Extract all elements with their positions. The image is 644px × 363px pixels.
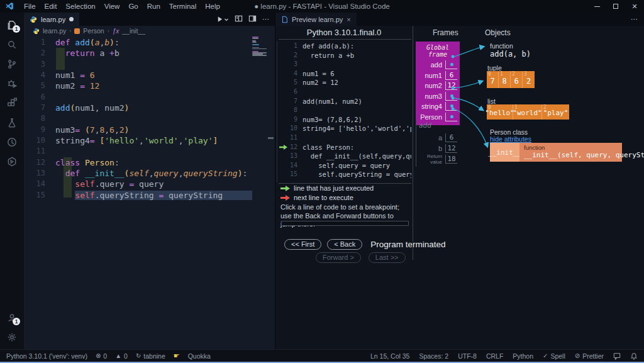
code-line[interactable]: 12class Person: <box>24 157 275 168</box>
breadcrumb[interactable]: learn.py › Person › ƒx __init__ <box>24 26 275 36</box>
trace-line[interactable]: 15 self.queryString = queryS <box>277 170 411 179</box>
menu-terminal[interactable]: Terminal <box>165 0 201 13</box>
account-icon[interactable]: 1 <box>0 308 24 327</box>
trace-line[interactable]: 2 return a +b <box>277 51 411 60</box>
trace-line[interactable]: 4num1 = 6 <box>277 69 411 79</box>
status-prettier[interactable]: ⊘Prettier <box>575 352 604 360</box>
code-line[interactable]: 8 <box>24 113 275 124</box>
tab-learn-py[interactable]: learn.py <box>24 13 79 26</box>
code-line[interactable]: 13 def __init__(self,query,queryString): <box>24 168 275 179</box>
notifications-bell-icon[interactable] <box>630 352 638 360</box>
status-hand[interactable]: ☛ <box>174 352 180 360</box>
source-control-icon[interactable] <box>0 54 24 74</box>
last-button[interactable]: Last >> <box>369 252 406 263</box>
code-line[interactable]: 9num3= (7,8,6,2) <box>24 125 275 135</box>
menu-selection[interactable]: Selection <box>61 0 99 13</box>
more-actions-button[interactable]: ⋯ <box>631 13 644 26</box>
trace-line[interactable]: 9num3= (7,8,6,2) <box>277 115 411 125</box>
run-python-button[interactable] <box>216 16 229 23</box>
menu-go[interactable]: Go <box>124 0 142 13</box>
code-line[interactable]: 11 <box>24 146 275 157</box>
quokka-icon[interactable] <box>0 132 24 152</box>
code-line[interactable]: 1def add(a,b): <box>24 37 275 48</box>
trace-line[interactable]: 1def add(a,b): <box>277 42 411 51</box>
settings-gear-icon[interactable] <box>0 327 24 347</box>
code-line[interactable]: 4num1 = 6 <box>24 70 275 81</box>
status-tabnine[interactable]: ↻tabnine <box>136 352 165 360</box>
trace-line[interactable]: 10string4= ['hello','world','pl <box>277 124 411 133</box>
sequence-cell: 07 <box>487 71 499 88</box>
trace-line[interactable]: 5num2 = 12 <box>277 78 411 87</box>
status-ln-15-col-35[interactable]: Ln 15, Col 35 <box>370 352 409 360</box>
extensions-icon[interactable] <box>0 93 24 113</box>
trace-line[interactable]: 6 <box>277 87 411 97</box>
feedback-icon[interactable] <box>613 352 621 360</box>
trace-line[interactable]: 12class Person: <box>277 143 411 152</box>
trace-line-text: return a +b <box>303 51 354 60</box>
code-line[interactable]: 6 <box>24 92 275 103</box>
menu-run[interactable]: Run <box>143 0 165 13</box>
execution-slider[interactable] <box>281 221 409 226</box>
code-text: num3= (7,8,6,2) <box>45 125 129 135</box>
line-number: 3 <box>24 59 45 70</box>
code-line[interactable]: 5num2 = 12 <box>24 81 275 91</box>
status-spaces-2[interactable]: Spaces: 2 <box>419 352 448 360</box>
cell-index: 0 <box>488 104 491 110</box>
trace-line[interactable]: 14 self.query = query <box>277 161 411 170</box>
trace-line[interactable]: 7add(num1, num2) <box>277 97 411 106</box>
testing-icon[interactable] <box>0 113 24 132</box>
open-changes-button[interactable] <box>235 14 243 24</box>
close-button[interactable]: ✕ <box>625 0 644 13</box>
menu-edit[interactable]: Edit <box>40 0 62 13</box>
split-editor-button[interactable] <box>248 14 257 24</box>
status-spell[interactable]: ✓Spell <box>543 352 565 360</box>
status-quokka[interactable]: Quokka <box>188 352 211 360</box>
code-line[interactable]: 7add(num1, num2) <box>24 103 275 113</box>
title-bar: FileEditSelectionViewGoRunTerminalHelp ●… <box>0 0 644 13</box>
remote-hub-icon[interactable] <box>0 152 24 171</box>
line-number: 6 <box>24 92 45 103</box>
arrow-gutter <box>277 87 289 97</box>
trace-line[interactable]: 11 <box>277 133 411 143</box>
code-line[interactable]: 10string4= ['hello','world','play'] <box>24 135 275 146</box>
status-python-3-10-1-venv-venv-[interactable]: Python 3.10.1 ('venv': venv) <box>6 352 87 360</box>
close-tab-icon[interactable]: × <box>347 16 350 23</box>
status-python[interactable]: Python <box>513 352 533 360</box>
run-debug-icon[interactable] <box>0 74 24 93</box>
code-line[interactable]: 14 self.query = query <box>24 179 275 189</box>
menu-file[interactable]: File <box>19 0 40 13</box>
code-editor[interactable]: 1def add(a,b):2 return a +b34num1 = 65nu… <box>24 36 275 349</box>
status-crlf[interactable]: CRLF <box>486 352 503 360</box>
breadcrumb-method[interactable]: __init__ <box>122 27 145 35</box>
menu-view[interactable]: View <box>100 0 125 13</box>
function-signature: __init__(self, query, queryString) <box>524 151 618 159</box>
trace-line[interactable]: 13 def __init__(self,query,que <box>277 152 411 161</box>
trace-line-text: add(num1, num2) <box>303 97 362 106</box>
chevron-down-icon <box>224 17 229 22</box>
minimize-button[interactable] <box>587 0 606 13</box>
trace-line[interactable]: 8 <box>277 106 411 115</box>
menu-help[interactable]: Help <box>201 0 225 13</box>
arrow-gutter <box>277 42 289 51</box>
trace-line[interactable]: 3 <box>277 60 411 69</box>
status-label: Ln 15, Col 35 <box>370 352 409 360</box>
breadcrumb-class[interactable]: Person <box>83 27 104 35</box>
warning-icon: ▲ <box>115 352 121 359</box>
forward-button[interactable]: Forward > <box>316 252 361 263</box>
breadcrumb-file[interactable]: learn.py <box>43 27 66 35</box>
status-label: CRLF <box>486 352 503 360</box>
minimap[interactable] <box>252 36 267 56</box>
tab-preview-learn-py[interactable]: Preview learn.py × <box>275 13 357 26</box>
code-line[interactable]: 15 self.queryString = queryString <box>24 190 275 201</box>
more-actions-button[interactable]: ⋯ <box>262 15 269 23</box>
explorer-icon[interactable]: 1 <box>0 15 24 35</box>
status-0[interactable]: ▲0 <box>115 352 128 360</box>
back-button[interactable]: < Back <box>327 239 362 250</box>
code-text: string4= ['hello','world','play'] <box>45 135 218 146</box>
status-0[interactable]: ⊗0 <box>96 352 107 360</box>
search-icon[interactable] <box>0 35 24 54</box>
status-utf-8[interactable]: UTF-8 <box>458 352 477 360</box>
hide-attributes-link[interactable]: hide attributes <box>490 135 531 143</box>
first-button[interactable]: << First <box>284 239 321 250</box>
restore-button[interactable] <box>606 0 625 13</box>
